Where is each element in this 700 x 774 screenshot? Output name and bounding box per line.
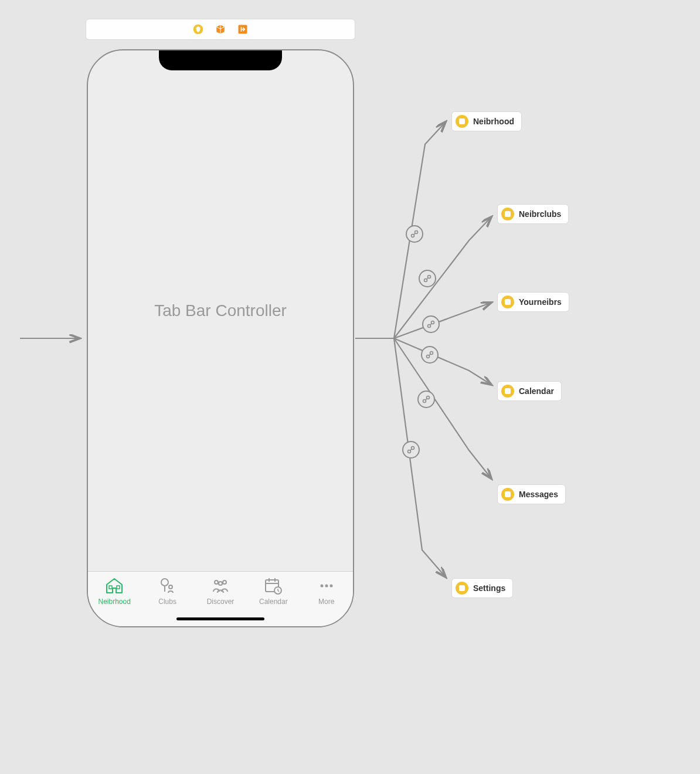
tab-label: Clubs: [158, 598, 176, 606]
svg-point-11: [219, 582, 222, 585]
chip-label: Yourneibrs: [519, 297, 562, 307]
svg-rect-5: [117, 586, 120, 589]
people-group-icon: [210, 576, 230, 595]
destination-chip-neibrhood[interactable]: Neibrhood: [451, 111, 522, 131]
svg-point-20: [412, 235, 414, 237]
screen-title: Tab Bar Controller: [88, 50, 353, 571]
controller-icon: [501, 296, 514, 308]
tab-label: Calendar: [259, 598, 288, 606]
tab-label: Discover: [207, 598, 235, 606]
svg-point-17: [320, 585, 323, 588]
svg-point-18: [325, 585, 328, 588]
svg-line-28: [430, 324, 431, 325]
svg-point-23: [424, 279, 427, 282]
destination-chip-neibrclubs[interactable]: Neibrclubs: [497, 204, 569, 224]
destination-chip-yourneibrs[interactable]: Yourneibrs: [497, 292, 569, 312]
controller-icon: [501, 488, 514, 501]
svg-point-33: [427, 396, 430, 399]
segue-marker[interactable]: [417, 391, 435, 408]
phone-frame: Tab Bar Controller Neibrhood Clubs Disco…: [87, 49, 354, 627]
svg-point-35: [408, 450, 411, 453]
svg-point-6: [161, 579, 168, 586]
house-icon: [104, 576, 124, 595]
tab-label: Neibrhood: [98, 598, 131, 606]
controller-icon: [501, 208, 514, 220]
svg-line-31: [429, 354, 430, 355]
segue-marker[interactable]: [422, 315, 440, 333]
tab-more[interactable]: More: [302, 576, 351, 626]
chip-label: Settings: [473, 583, 505, 593]
svg-point-30: [430, 352, 433, 355]
controller-icon: [501, 385, 514, 398]
svg-point-26: [428, 325, 431, 328]
calendar-clock-icon: [263, 576, 283, 595]
scene-toolbar: [86, 19, 355, 40]
segue-marker[interactable]: [419, 270, 436, 287]
svg-line-37: [410, 449, 412, 450]
svg-line-22: [414, 233, 415, 235]
svg-point-8: [169, 585, 172, 589]
tab-label: More: [318, 598, 334, 606]
svg-point-19: [329, 585, 332, 588]
tab-neibrhood[interactable]: Neibrhood: [90, 576, 139, 626]
segue-marker[interactable]: [421, 346, 439, 364]
chip-label: Neibrhood: [473, 117, 514, 126]
svg-point-21: [415, 231, 418, 234]
destination-chip-calendar[interactable]: Calendar: [497, 381, 562, 401]
svg-rect-4: [109, 586, 112, 589]
svg-point-24: [428, 276, 431, 279]
home-indicator: [176, 617, 264, 620]
svg-line-25: [427, 278, 428, 279]
tab-bar: Neibrhood Clubs Discover Calendar More: [88, 571, 353, 626]
svg-line-34: [426, 399, 427, 400]
destination-chip-messages[interactable]: Messages: [497, 484, 566, 504]
shield-icon[interactable]: [192, 23, 204, 35]
chip-label: Messages: [519, 490, 558, 499]
svg-point-29: [427, 355, 430, 358]
exit-icon[interactable]: [237, 23, 249, 35]
controller-icon: [456, 582, 468, 595]
more-dots-icon: [317, 576, 337, 595]
svg-point-10: [223, 580, 226, 584]
cube-icon[interactable]: [215, 23, 226, 35]
controller-icon: [456, 115, 468, 128]
chip-label: Calendar: [519, 386, 554, 396]
svg-point-32: [423, 400, 426, 403]
segue-marker[interactable]: [402, 441, 420, 459]
svg-point-27: [431, 321, 434, 324]
svg-point-9: [215, 580, 218, 584]
svg-point-36: [412, 447, 414, 450]
destination-chip-settings[interactable]: Settings: [451, 578, 513, 598]
chip-label: Neibrclubs: [519, 209, 561, 219]
tree-people-icon: [158, 576, 178, 595]
segue-marker[interactable]: [406, 225, 423, 243]
